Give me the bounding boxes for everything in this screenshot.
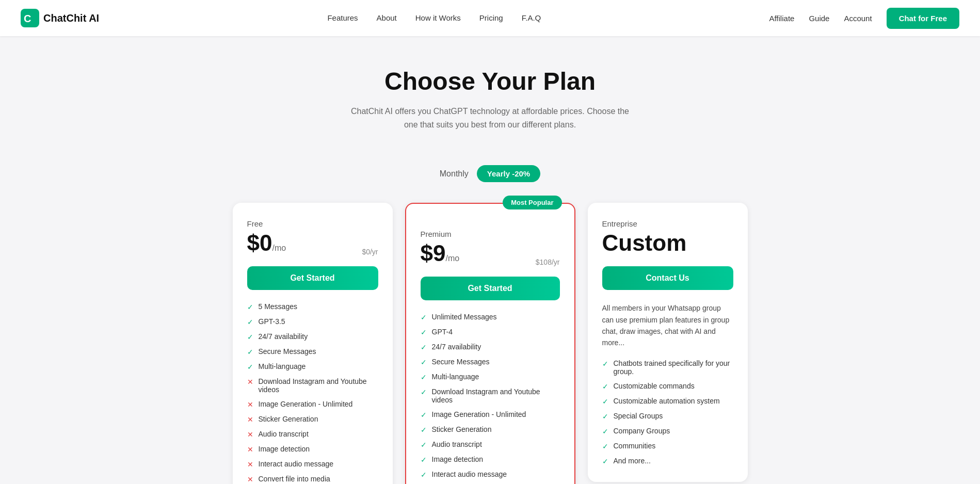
premium-price-per: /mo: [445, 254, 459, 263]
list-item: ✓Secure Messages: [247, 347, 378, 356]
free-features: ✓5 Messages ✓GPT-3.5 ✓24/7 availability …: [247, 302, 378, 483]
list-item: ✓Unlimited Messages: [421, 313, 560, 321]
cross-icon: ✕: [247, 475, 253, 483]
check-icon: ✓: [421, 358, 427, 366]
check-icon: ✓: [602, 360, 608, 368]
monthly-toggle[interactable]: Monthly: [440, 169, 469, 179]
list-item: ✓Customizable commands: [602, 382, 733, 391]
free-get-started-button[interactable]: Get Started: [247, 266, 378, 290]
nav-pricing[interactable]: Pricing: [479, 13, 503, 22]
list-item: ✓24/7 availability: [247, 332, 378, 341]
premium-features: ✓Unlimited Messages ✓GPT-4 ✓24/7 availab…: [421, 313, 560, 484]
premium-price-value: $9: [421, 240, 446, 266]
hero-section: Choose Your Plan ChatChit AI offers you …: [0, 36, 980, 147]
enterprise-features: ✓Chatbots trained specifically for your …: [602, 359, 733, 465]
enterprise-price: Custom: [602, 230, 733, 256]
premium-price: $9/mo: [421, 240, 460, 266]
check-icon: ✓: [421, 313, 427, 321]
chat-free-button[interactable]: Chat for Free: [887, 8, 959, 29]
list-item: ✓Company Groups: [602, 427, 733, 435]
navbar-right: Affiliate Guide Account Chat for Free: [769, 8, 959, 29]
list-item: ✓Sticker Generation: [421, 425, 560, 434]
list-item: ✕Interact audio message: [247, 460, 378, 469]
premium-get-started-button[interactable]: Get Started: [421, 277, 560, 300]
nav-links: Features About How it Works Pricing F.A.…: [327, 13, 541, 23]
logo-icon: C: [21, 9, 39, 27]
navbar: C ChatChit AI Features About How it Work…: [0, 0, 980, 36]
premium-price-row: $9/mo $108/yr: [421, 240, 560, 266]
check-icon: ✓: [247, 333, 253, 341]
premium-price-yr: $108/yr: [536, 258, 560, 266]
list-item: ✓GPT-4: [421, 328, 560, 336]
hero-subtitle: ChatChit AI offers you ChatGPT technolog…: [346, 105, 635, 131]
check-icon: ✓: [602, 457, 608, 465]
list-item: ✕Download Instagram and Youtube videos: [247, 377, 378, 394]
check-icon: ✓: [421, 343, 427, 351]
premium-plan-card: Most Popular Premium $9/mo $108/yr Get S…: [405, 203, 575, 484]
enterprise-plan-type: Entreprise: [602, 219, 733, 228]
check-icon: ✓: [602, 382, 608, 391]
list-item: ✓Multi-language: [421, 373, 560, 381]
check-icon: ✓: [247, 318, 253, 326]
list-item: ✓Communities: [602, 442, 733, 450]
list-item: ✓GPT-3.5: [247, 317, 378, 326]
list-item: ✓Special Groups: [602, 412, 733, 421]
list-item: ✓Interact audio message: [421, 470, 560, 479]
list-item: ✕Convert file into media: [247, 475, 378, 483]
enterprise-plan-card: Entreprise Custom Contact Us All members…: [588, 203, 748, 482]
premium-plan-type: Premium: [421, 230, 560, 238]
nav-faq[interactable]: F.A.Q: [522, 13, 541, 22]
cross-icon: ✕: [247, 430, 253, 439]
logo-text: ChatChit AI: [43, 12, 99, 24]
hero-title: Choose Your Plan: [10, 67, 970, 95]
check-icon: ✓: [421, 373, 427, 381]
nav-features[interactable]: Features: [327, 13, 358, 22]
cross-icon: ✕: [247, 378, 253, 386]
nav-guide[interactable]: Guide: [809, 14, 829, 23]
check-icon: ✓: [602, 412, 608, 421]
list-item: ✓And more...: [602, 457, 733, 465]
cross-icon: ✕: [247, 400, 253, 409]
check-icon: ✓: [421, 411, 427, 419]
check-icon: ✓: [421, 388, 427, 396]
free-price-value: $0: [247, 230, 272, 255]
contact-us-button[interactable]: Contact Us: [602, 266, 733, 290]
list-item: ✓Secure Messages: [421, 358, 560, 366]
svg-text:C: C: [24, 13, 31, 24]
list-item: ✓24/7 availability: [421, 343, 560, 351]
yearly-toggle[interactable]: Yearly -20%: [477, 165, 540, 182]
cross-icon: ✕: [247, 460, 253, 469]
nav-how-it-works[interactable]: How it Works: [415, 13, 461, 22]
list-item: ✓Image detection: [421, 455, 560, 464]
list-item: ✓Image Generation - Unlimited: [421, 410, 560, 419]
billing-toggle: Monthly Yearly -20%: [0, 165, 980, 182]
check-icon: ✓: [421, 471, 427, 479]
check-icon: ✓: [421, 426, 427, 434]
list-item: ✓Download Instagram and Youtube videos: [421, 388, 560, 404]
list-item: ✓5 Messages: [247, 302, 378, 311]
list-item: ✕Sticker Generation: [247, 415, 378, 424]
check-icon: ✓: [421, 441, 427, 449]
check-icon: ✓: [602, 427, 608, 435]
list-item: ✓Multi-language: [247, 362, 378, 371]
check-icon: ✓: [247, 303, 253, 311]
free-plan-card: Free $0/mo $0/yr Get Started ✓5 Messages…: [233, 203, 393, 484]
free-plan-type: Free: [247, 219, 378, 228]
check-icon: ✓: [247, 363, 253, 371]
enterprise-description: All members in your Whatsapp group can u…: [602, 302, 733, 349]
nav-about[interactable]: About: [377, 13, 397, 22]
logo[interactable]: C ChatChit AI: [21, 9, 99, 27]
most-popular-badge: Most Popular: [503, 196, 561, 209]
pricing-cards: Free $0/mo $0/yr Get Started ✓5 Messages…: [0, 192, 980, 484]
free-price-row: $0/mo $0/yr: [247, 230, 378, 256]
check-icon: ✓: [421, 328, 427, 336]
nav-affiliate[interactable]: Affiliate: [769, 14, 794, 23]
free-price-yr: $0/yr: [362, 248, 378, 256]
cross-icon: ✕: [247, 445, 253, 454]
nav-account[interactable]: Account: [844, 14, 872, 23]
list-item: ✕Image Generation - Unlimited: [247, 400, 378, 409]
check-icon: ✓: [247, 348, 253, 356]
free-price-per: /mo: [272, 244, 286, 252]
free-price: $0/mo: [247, 230, 286, 256]
list-item: ✕Audio transcript: [247, 430, 378, 439]
